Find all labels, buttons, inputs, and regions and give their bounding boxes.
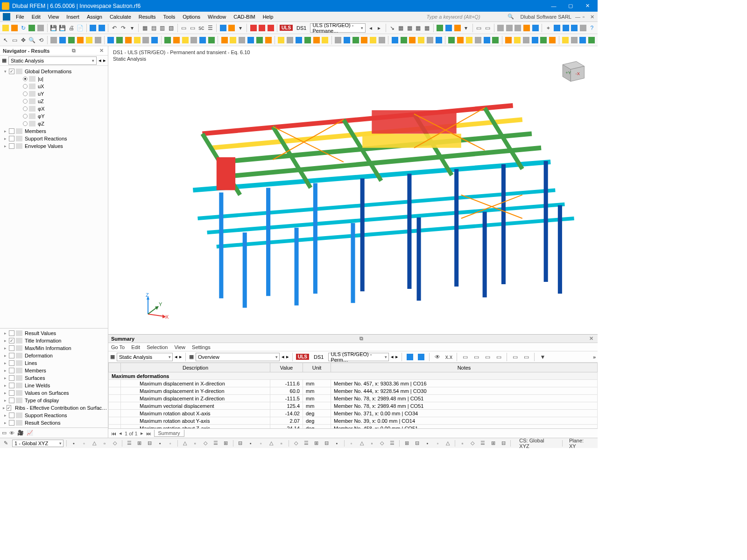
arrow-icon[interactable]: ↘ [388, 23, 396, 33]
summary-prev3-icon[interactable]: ◂ [391, 354, 394, 360]
menu-window[interactable]: Window [204, 13, 230, 21]
opt-deformation[interactable]: ▸Deformation [1, 352, 107, 359]
sb-tool-4-icon[interactable]: ◇ [111, 440, 119, 447]
refresh-icon[interactable]: ↻ [19, 23, 27, 33]
tool-22-icon[interactable] [255, 35, 263, 45]
close-button[interactable]: ✕ [579, 0, 596, 12]
sb-tool-2-icon[interactable]: △ [90, 440, 99, 447]
tab-camera-icon[interactable]: 🎥 [17, 430, 24, 436]
sb-tool-13-icon[interactable]: ☰ [211, 440, 220, 447]
sb-tool-12-icon[interactable]: ◇ [201, 440, 210, 447]
tool-7-icon[interactable] [116, 35, 124, 45]
ext1-icon[interactable] [497, 23, 505, 33]
sb-tool-16-icon[interactable]: • [247, 440, 255, 447]
navigator-close-icon[interactable]: ✕ [98, 48, 105, 54]
sb-cs-select[interactable]: 1 - Global XYZ [12, 440, 63, 447]
sb-tool-5-icon[interactable]: ☰ [125, 440, 134, 447]
summary-prev2-icon[interactable]: ◂ [282, 354, 284, 360]
tool-30-icon[interactable] [334, 35, 342, 45]
opt-members[interactable]: ▸Members [1, 367, 107, 374]
new-icon[interactable] [2, 23, 10, 33]
deform-option-φZ[interactable]: φZ [1, 120, 107, 127]
summary-lc-select[interactable]: ULS (STR/GEO) - Perm… [328, 353, 389, 361]
sb-tool-15-icon[interactable]: ⊟ [236, 440, 245, 447]
sb-tool-11-icon[interactable]: ▫ [191, 440, 199, 447]
tool-8-icon[interactable] [124, 35, 132, 45]
opt-values-on-surfaces[interactable]: ▸Values on Surfaces [1, 389, 107, 397]
sb-tool-33-icon[interactable]: ◦ [433, 440, 442, 447]
tool-5-icon[interactable] [94, 35, 102, 45]
tool-37-icon[interactable] [400, 35, 408, 45]
tool-13-icon[interactable] [172, 35, 180, 45]
cursor-icon[interactable]: ↖ [2, 35, 10, 45]
calculate-icon[interactable] [89, 23, 97, 33]
tool-20-icon[interactable] [238, 35, 246, 45]
sb-tool-27-icon[interactable]: ▫ [368, 440, 376, 447]
sb-tool-28-icon[interactable]: ◇ [378, 440, 386, 447]
summary-next3-icon[interactable]: ▸ [395, 354, 398, 360]
tool-9-icon[interactable] [133, 35, 141, 45]
tool-52-icon[interactable] [540, 35, 548, 45]
tree-envelope-values[interactable]: ▸Envelope Values [1, 142, 107, 150]
summary-t9-icon[interactable]: ▭ [510, 352, 520, 362]
save-icon[interactable]: 💾 [49, 23, 57, 33]
tool-23-icon[interactable] [264, 35, 272, 45]
tool-2-icon[interactable] [68, 35, 76, 45]
tab-eye-icon[interactable]: 👁 [9, 430, 14, 436]
sb-tool-37-icon[interactable]: ☰ [479, 440, 487, 447]
tool-36-icon[interactable] [391, 35, 399, 45]
tool-57-icon[interactable] [588, 35, 596, 45]
opt-support-reactions[interactable]: ▸Support Reactions [1, 412, 107, 419]
tool-16-icon[interactable] [199, 35, 207, 45]
table-row[interactable]: Maximum rotation about X-axis-14.02degMe… [109, 410, 598, 417]
menu-options[interactable]: Options [179, 13, 204, 21]
loadcase-select[interactable]: ULS (STR/GEO) - Permane… [310, 23, 366, 33]
tab-panel-icon[interactable]: ▭ [2, 430, 7, 436]
tool-39-icon[interactable] [417, 35, 425, 45]
script-icon[interactable]: sc [197, 23, 205, 33]
sb-tool-38-icon[interactable]: ⊞ [489, 440, 497, 447]
nav-next-icon[interactable]: ▸ [103, 57, 106, 63]
lc3-icon[interactable]: ▾ [237, 23, 245, 33]
ftr3-icon[interactable] [453, 23, 461, 33]
tool-42-icon[interactable] [448, 35, 456, 45]
tool-54-icon[interactable] [561, 35, 569, 45]
summary-prev1-icon[interactable]: ◂ [175, 354, 177, 360]
lc1-icon[interactable] [219, 23, 227, 33]
sb-tool-7-icon[interactable]: ⊟ [146, 440, 154, 447]
tool-53-icon[interactable] [549, 35, 557, 45]
menu-file[interactable]: File [12, 13, 28, 21]
ext5-icon[interactable] [531, 23, 539, 33]
tbl2-icon[interactable]: ▭ [189, 23, 197, 33]
report-icon[interactable] [37, 23, 45, 33]
tool-21-icon[interactable] [247, 35, 255, 45]
sb-tool-39-icon[interactable]: ⊟ [499, 440, 507, 447]
tool-34-icon[interactable] [369, 35, 377, 45]
sb-tool-24-icon[interactable]: • [333, 440, 341, 447]
menu-results[interactable]: Results [135, 13, 160, 21]
open-icon[interactable] [11, 23, 19, 33]
tool-44-icon[interactable] [465, 35, 473, 45]
keyword-search[interactable]: Type a keyword (Alt+Q) [423, 13, 507, 21]
res3-icon[interactable]: ▦ [415, 23, 423, 33]
summary-t2-icon[interactable] [416, 352, 426, 362]
menu-insert[interactable]: Insert [63, 13, 83, 21]
lc2-icon[interactable] [228, 23, 236, 33]
tab-result-icon[interactable]: 📈 [27, 430, 33, 436]
sb-tool-9-icon[interactable]: ◦ [166, 440, 175, 447]
sb-tool-32-icon[interactable]: • [423, 440, 431, 447]
minimize-button[interactable]: — [545, 0, 562, 12]
sb-tool-25-icon[interactable]: ◦ [347, 440, 356, 447]
sb-tool-8-icon[interactable]: • [156, 440, 164, 447]
table-row[interactable]: Maximum displacement in Y-direction60.0m… [109, 387, 598, 395]
zoom-target-icon[interactable]: ⌖ [544, 23, 552, 33]
tool-47-icon[interactable] [492, 35, 500, 45]
tool-31-icon[interactable] [343, 35, 351, 45]
tree-members[interactable]: ▸Members [1, 127, 107, 135]
tool-15-icon[interactable] [190, 35, 198, 45]
pager-next-icon[interactable]: ▸ [141, 430, 143, 436]
deform-option-|u|[interactable]: |u| [1, 75, 107, 83]
tool-25-icon[interactable] [286, 35, 294, 45]
res1-icon[interactable]: ▦ [397, 23, 405, 33]
deform-option-φX[interactable]: φX [1, 105, 107, 112]
